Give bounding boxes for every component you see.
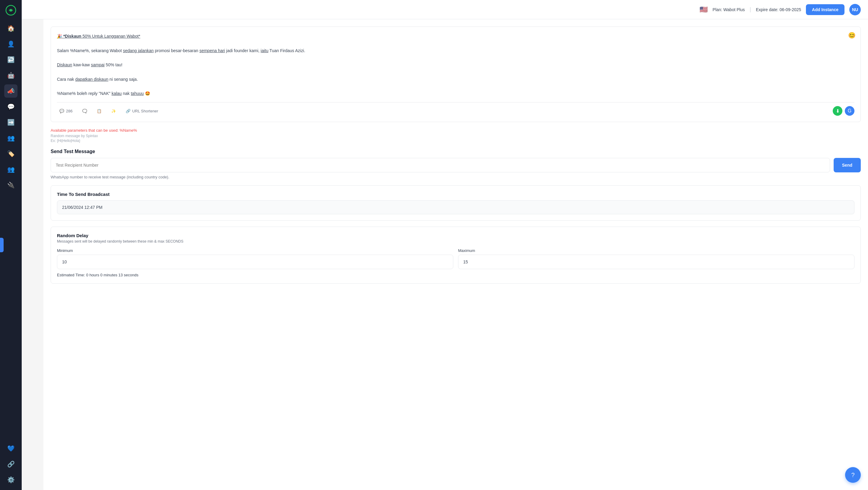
test-message-section-title: Send Test Message: [51, 149, 861, 154]
comment-icon: 🗨️: [82, 109, 87, 113]
sidebar-item-broadcast[interactable]: 📣: [4, 84, 18, 98]
groups-icon: 👥: [7, 166, 15, 173]
integrations-icon: 🔌: [7, 181, 15, 189]
sidebar-item-links[interactable]: 🔗: [4, 457, 18, 471]
toolbar-url-shortener[interactable]: 🔗 URL Shortener: [123, 108, 161, 115]
support-icon: 💙: [7, 445, 15, 452]
toolbar-download-button[interactable]: ⬇: [833, 106, 842, 116]
message-editor-card: 😊 🎉 *Diskaun 50% Untuk Langganan Wabot* …: [51, 27, 861, 122]
minimum-label: Minimum: [57, 248, 453, 253]
svg-point-1: [10, 9, 12, 11]
avatar[interactable]: NU: [849, 4, 861, 16]
broadcast-icon: 📣: [7, 87, 15, 95]
minimum-col: Minimum: [57, 248, 453, 269]
message-icon: 💬: [59, 109, 64, 113]
sidebar-item-chat[interactable]: 💬: [4, 100, 18, 113]
broadcast-datetime[interactable]: 21/06/2024 12:47 PM: [57, 201, 855, 214]
export-icon: ➡️: [7, 119, 15, 126]
toolbar-ai[interactable]: ✨: [109, 108, 119, 115]
sidebar-logo[interactable]: [4, 4, 18, 17]
toolbar-save[interactable]: 📋: [94, 108, 104, 115]
estimated-time: Estimated Time: 0 hours 0 minutes 13 sec…: [57, 273, 855, 277]
home-icon: 🏠: [7, 25, 15, 32]
char-count: 💬 286: [57, 108, 75, 115]
maximum-label: Maximum: [458, 248, 855, 253]
ai-icon: ✨: [111, 109, 116, 113]
broadcast-card-title: Time To Send Broadcast: [57, 192, 855, 197]
sidebar-item-settings[interactable]: ⚙️: [4, 473, 18, 486]
topbar-plan: Plan: Wabot Plus: [712, 7, 745, 12]
help-button[interactable]: ?: [845, 467, 861, 483]
send-test-button[interactable]: Send: [834, 158, 861, 172]
delay-hint: Messages sent will be delayed randomly b…: [57, 239, 855, 244]
topbar-divider: |: [749, 6, 751, 13]
main-content: 😊 🎉 *Diskaun 50% Untuk Langganan Wabot* …: [43, 19, 868, 490]
minimum-input[interactable]: [57, 255, 453, 269]
settings-icon: ⚙️: [7, 476, 15, 483]
save-icon: 📋: [97, 109, 101, 113]
sidebar-item-integrations[interactable]: 🔌: [4, 178, 18, 192]
toolbar-grammarly-button[interactable]: G: [845, 106, 855, 116]
ring-indicator: [0, 238, 4, 252]
link-icon: 🔗: [126, 109, 130, 113]
spintax-example: Ex: {Hi|Hello|Hola}: [51, 139, 861, 143]
download-icon: ⬇: [836, 108, 840, 114]
sidebar-item-groups[interactable]: 👥: [4, 163, 18, 176]
chat-icon: 💬: [7, 103, 15, 110]
test-recipient-input[interactable]: [51, 158, 830, 172]
topbar-flag: 🇺🇸: [700, 6, 708, 13]
ring-inner: [0, 238, 4, 252]
toolbar-comment[interactable]: 🗨️: [80, 108, 90, 115]
grammarly-icon: G: [848, 108, 851, 114]
sidebar-item-bot[interactable]: 🤖: [4, 69, 18, 82]
replies-icon: ↩️: [7, 56, 15, 63]
delay-inputs-row: Minimum Maximum: [57, 248, 855, 269]
sidebar-item-tags[interactable]: 🏷️: [4, 147, 18, 160]
toolbar-right-actions: ⬇ G: [833, 106, 855, 116]
bot-icon: 🤖: [7, 72, 15, 79]
sidebar-item-home[interactable]: 🏠: [4, 22, 18, 35]
params-hint: Available parameters that can be used: %…: [51, 128, 861, 132]
emoji-picker-button[interactable]: 😊: [848, 32, 856, 39]
spintax-hint: Random message by Spintax: [51, 134, 861, 138]
delay-title: Random Delay: [57, 233, 855, 238]
whatsapp-hint: WhatsApp number to receive test message …: [51, 175, 861, 179]
team-icon: 👥: [7, 134, 15, 142]
help-icon: ?: [851, 471, 855, 479]
tags-icon: 🏷️: [7, 150, 15, 157]
topbar-expire: Expire date: 06-09-2025: [756, 7, 801, 12]
sidebar-item-support[interactable]: 💙: [4, 442, 18, 455]
test-message-row: Send: [51, 158, 861, 172]
links-icon: 🔗: [7, 460, 15, 468]
message-toolbar: 💬 286 🗨️ 📋 ✨ 🔗 URL Shortener ⬇: [57, 102, 855, 116]
random-delay-card: Random Delay Messages sent will be delay…: [51, 226, 861, 283]
broadcast-time-card: Time To Send Broadcast 21/06/2024 12:47 …: [51, 185, 861, 221]
message-body: 🎉 *Diskaun 50% Untuk Langganan Wabot* Sa…: [57, 33, 855, 97]
maximum-input[interactable]: [458, 255, 855, 269]
topbar: 🇺🇸 Plan: Wabot Plus | Expire date: 06-09…: [22, 0, 868, 19]
sidebar-item-export[interactable]: ➡️: [4, 116, 18, 129]
maximum-col: Maximum: [458, 248, 855, 269]
sidebar-item-replies[interactable]: ↩️: [4, 53, 18, 66]
sidebar-item-contacts[interactable]: 👤: [4, 37, 18, 51]
sidebar-item-team[interactable]: 👥: [4, 131, 18, 145]
contacts-icon: 👤: [7, 40, 15, 48]
add-instance-button[interactable]: Add Instance: [806, 4, 844, 15]
